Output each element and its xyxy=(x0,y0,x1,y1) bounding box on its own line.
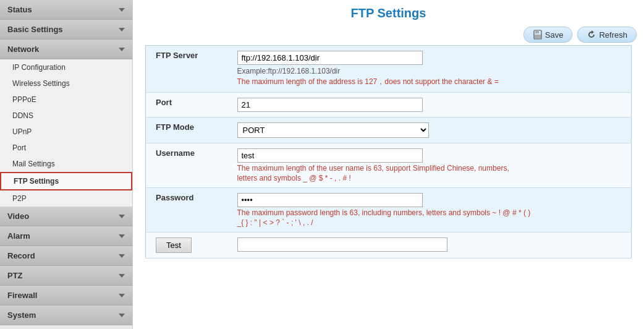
save-button[interactable]: Save xyxy=(523,27,573,43)
sidebar-item-ip-config[interactable]: IP Configuration xyxy=(0,59,132,75)
sidebar-section-firewall[interactable]: Firewall xyxy=(0,286,132,306)
sidebar-section-video[interactable]: Video xyxy=(0,207,132,226)
main-content: FTP Settings Save Refresh xyxy=(133,0,644,329)
sidebar-section-label: Video xyxy=(7,212,29,221)
chevron-down-icon xyxy=(119,8,125,12)
password-value-cell: The maximum password length is 63, inclu… xyxy=(232,188,632,233)
ftp-server-hint: The maximum length of the address is 127… xyxy=(237,77,627,87)
password-label: Password xyxy=(146,188,232,233)
ftp-server-input[interactable] xyxy=(237,51,423,65)
table-row: Test xyxy=(146,233,632,258)
port-value-cell xyxy=(232,93,632,118)
ftp-mode-value-cell: PORT PASV xyxy=(232,118,632,143)
test-button[interactable]: Test xyxy=(156,237,192,253)
ftp-server-value-cell: Example:ftp://192.168.1.103/dir The maxi… xyxy=(232,46,632,93)
username-label: Username xyxy=(146,143,232,188)
username-input[interactable] xyxy=(237,148,423,163)
sidebar-item-wireless[interactable]: Wireless Settings xyxy=(0,75,132,92)
chevron-down-icon xyxy=(119,314,125,317)
test-value-cell xyxy=(232,233,632,258)
port-label: Port xyxy=(146,93,232,118)
chevron-down-icon xyxy=(119,48,125,51)
username-value-cell: The maximum length of the user name is 6… xyxy=(232,143,632,188)
table-row: FTP Server Example:ftp://192.168.1.103/d… xyxy=(146,46,632,93)
sidebar-item-port[interactable]: Port xyxy=(0,140,132,156)
sidebar: Status Basic Settings Network IP Configu… xyxy=(0,0,133,329)
password-input[interactable] xyxy=(237,193,423,207)
chevron-down-icon xyxy=(119,234,125,238)
sidebar-section-label: Status xyxy=(7,5,32,14)
sidebar-item-p2p[interactable]: P2P xyxy=(0,190,132,207)
sidebar-section-label: Firewall xyxy=(7,291,37,300)
sidebar-section-system[interactable]: System xyxy=(0,306,132,325)
sidebar-item-ddns[interactable]: DDNS xyxy=(0,108,132,124)
save-icon xyxy=(533,30,543,40)
sidebar-section-ptz[interactable]: PTZ xyxy=(0,266,132,286)
sidebar-section-label: System xyxy=(7,310,36,320)
svg-rect-1 xyxy=(535,30,539,33)
ftp-server-example: Example:ftp://192.168.1.103/dir xyxy=(237,67,627,75)
sidebar-item-upnp[interactable]: UPnP xyxy=(0,124,132,140)
save-label: Save xyxy=(545,30,564,40)
sidebar-section-status[interactable]: Status xyxy=(0,0,132,20)
refresh-button[interactable]: Refresh xyxy=(577,27,637,43)
toolbar: Save Refresh xyxy=(133,24,644,45)
svg-rect-2 xyxy=(535,35,541,38)
sidebar-item-pppoe[interactable]: PPPoE xyxy=(0,92,132,108)
sidebar-item-ftp[interactable]: FTP Settings xyxy=(0,172,132,190)
ftp-mode-select[interactable]: PORT PASV xyxy=(237,122,429,138)
sidebar-section-label: Alarm xyxy=(7,231,30,241)
chevron-down-icon xyxy=(119,274,125,278)
table-row: Username The maximum length of the user … xyxy=(146,143,632,188)
page-title: FTP Settings xyxy=(133,0,644,24)
chevron-down-icon xyxy=(119,254,125,258)
sidebar-section-label: Network xyxy=(7,45,39,54)
table-row: FTP Mode PORT PASV xyxy=(146,118,632,143)
table-row: Password The maximum password length is … xyxy=(146,188,632,233)
sidebar-section-label: Record xyxy=(7,251,35,260)
username-hint1: The maximum length of the user name is 6… xyxy=(237,164,627,173)
sidebar-section-network[interactable]: Network xyxy=(0,40,132,59)
settings-table: FTP Server Example:ftp://192.168.1.103/d… xyxy=(145,45,632,258)
sidebar-section-record[interactable]: Record xyxy=(0,246,132,266)
test-label-cell: Test xyxy=(146,233,232,258)
chevron-down-icon xyxy=(119,294,125,297)
chevron-down-icon xyxy=(119,215,125,218)
port-input[interactable] xyxy=(237,98,423,112)
password-hint2: _{ } : " | < > ? ` - ; ' \ , . / xyxy=(237,218,627,227)
sidebar-section-label: Basic Settings xyxy=(7,25,63,34)
test-input[interactable] xyxy=(237,237,447,252)
form-area: FTP Server Example:ftp://192.168.1.103/d… xyxy=(133,45,644,329)
chevron-down-icon xyxy=(119,28,125,32)
username-hint2: letters and symbols _ @ $ * - , . # ! xyxy=(237,174,627,182)
refresh-icon xyxy=(587,30,596,40)
sidebar-section-basic-settings[interactable]: Basic Settings xyxy=(0,20,132,40)
table-row: Port xyxy=(146,93,632,118)
sidebar-item-mail[interactable]: Mail Settings xyxy=(0,156,132,172)
sidebar-section-alarm[interactable]: Alarm xyxy=(0,226,132,246)
password-hint1: The maximum password length is 63, inclu… xyxy=(237,208,627,217)
ftp-server-label: FTP Server xyxy=(146,46,232,93)
refresh-label: Refresh xyxy=(599,30,627,40)
ftp-mode-label: FTP Mode xyxy=(146,118,232,143)
sidebar-section-label: PTZ xyxy=(7,271,23,280)
